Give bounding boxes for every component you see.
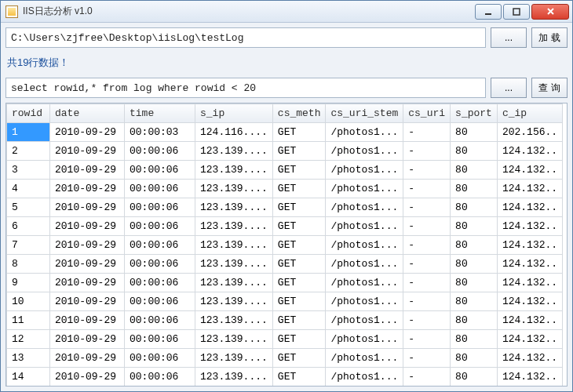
cell-cs_uri_stem[interactable]: /photos1... [326,292,403,311]
cell-s_ip[interactable]: 123.139.... [195,236,273,255]
table-row[interactable]: 102010-09-2900:00:06123.139....GET/photo… [7,292,563,311]
cell-s_ip[interactable]: 123.139.... [195,255,273,274]
cell-date[interactable]: 2010-09-29 [50,255,125,274]
cell-c_ip[interactable]: 124.132.. [497,330,562,349]
cell-rowid[interactable]: 9 [7,274,50,292]
cell-s_ip[interactable]: 123.139.... [195,180,273,198]
cell-c_ip[interactable]: 124.132.. [497,142,562,161]
cell-cs_uri_stem[interactable]: /photos1... [326,142,403,161]
cell-date[interactable]: 2010-09-29 [50,217,125,236]
sql-input[interactable] [5,78,486,98]
cell-cs_uri_stem[interactable]: /photos1... [326,274,403,292]
cell-rowid[interactable]: 3 [7,161,50,180]
table-row[interactable]: 112010-09-2900:00:06123.139....GET/photo… [7,311,563,330]
table-row[interactable]: 12010-09-2900:00:03124.116....GET/photos… [7,123,563,142]
cell-cs_meth[interactable]: GET [272,123,326,142]
cell-s_port[interactable]: 80 [451,349,498,368]
cell-rowid[interactable]: 2 [7,142,50,161]
cell-s_port[interactable]: 80 [451,217,498,236]
cell-s_ip[interactable]: 123.139.... [195,330,273,349]
cell-s_ip[interactable]: 123.139.... [195,274,273,292]
cell-cs_uri_stem[interactable]: /photos1... [326,368,403,387]
cell-cs_uri[interactable]: - [403,123,451,142]
cell-cs_uri_stem[interactable]: /photos1... [326,198,403,217]
cell-date[interactable]: 2010-09-29 [50,142,125,161]
cell-time[interactable]: 00:00:06 [125,217,195,236]
cell-s_ip[interactable]: 123.139.... [195,161,273,180]
maximize-button[interactable] [503,4,530,20]
cell-cs_meth[interactable]: GET [272,255,326,274]
cell-cs_uri[interactable]: - [403,255,451,274]
table-row[interactable]: 52010-09-2900:00:06123.139....GET/photos… [7,198,563,217]
browse-sql-button[interactable]: ... [491,78,527,98]
close-button[interactable] [531,4,569,20]
cell-cs_meth[interactable]: GET [272,217,326,236]
cell-c_ip[interactable]: 124.132.. [497,180,562,198]
cell-time[interactable]: 00:00:03 [125,123,195,142]
cell-rowid[interactable]: 6 [7,217,50,236]
table-row[interactable]: 82010-09-2900:00:06123.139....GET/photos… [7,255,563,274]
cell-s_ip[interactable]: 124.116.... [195,123,273,142]
cell-cs_uri[interactable]: - [403,292,451,311]
cell-cs_uri_stem[interactable]: /photos1... [326,123,403,142]
table-row[interactable]: 72010-09-2900:00:06123.139....GET/photos… [7,236,563,255]
column-header-cs_uri[interactable]: cs_uri [403,104,451,123]
cell-cs_uri[interactable]: - [403,274,451,292]
cell-s_ip[interactable]: 123.139.... [195,292,273,311]
cell-s_port[interactable]: 80 [451,198,498,217]
cell-c_ip[interactable]: 124.132.. [497,292,562,311]
cell-rowid[interactable]: 8 [7,255,50,274]
cell-c_ip[interactable]: 124.132.. [497,161,562,180]
cell-c_ip[interactable]: 124.132.. [497,349,562,368]
cell-cs_uri_stem[interactable]: /photos1... [326,236,403,255]
query-button[interactable]: 查 询 [531,78,568,98]
cell-c_ip[interactable]: 124.132.. [497,274,562,292]
cell-time[interactable]: 00:00:06 [125,180,195,198]
cell-cs_meth[interactable]: GET [272,274,326,292]
cell-cs_meth[interactable]: GET [272,142,326,161]
cell-time[interactable]: 00:00:06 [125,236,195,255]
cell-c_ip[interactable]: 124.132.. [497,255,562,274]
cell-cs_uri_stem[interactable]: /photos1... [326,161,403,180]
cell-date[interactable]: 2010-09-29 [50,180,125,198]
table-row[interactable]: 42010-09-2900:00:06123.139....GET/photos… [7,180,563,198]
cell-time[interactable]: 00:00:06 [125,330,195,349]
titlebar[interactable]: IIS日志分析 v1.0 [1,1,572,23]
cell-cs_meth[interactable]: GET [272,292,326,311]
column-header-s_ip[interactable]: s_ip [195,104,273,123]
cell-rowid[interactable]: 14 [7,368,50,387]
cell-s_port[interactable]: 80 [451,142,498,161]
cell-date[interactable]: 2010-09-29 [50,161,125,180]
column-header-cs_meth[interactable]: cs_meth [272,104,326,123]
cell-cs_uri[interactable]: - [403,217,451,236]
table-row[interactable]: 122010-09-2900:00:06123.139....GET/photo… [7,330,563,349]
cell-rowid[interactable]: 10 [7,292,50,311]
column-header-s_port[interactable]: s_port [451,104,498,123]
cell-cs_uri[interactable]: - [403,349,451,368]
cell-cs_uri_stem[interactable]: /photos1... [326,311,403,330]
cell-s_ip[interactable]: 123.139.... [195,198,273,217]
cell-s_port[interactable]: 80 [451,161,498,180]
table-row[interactable]: 142010-09-2900:00:06123.139....GET/photo… [7,368,563,387]
cell-cs_meth[interactable]: GET [272,180,326,198]
cell-s_port[interactable]: 80 [451,292,498,311]
cell-s_port[interactable]: 80 [451,311,498,330]
cell-s_port[interactable]: 80 [451,255,498,274]
cell-c_ip[interactable]: 124.132.. [497,217,562,236]
cell-time[interactable]: 00:00:06 [125,311,195,330]
cell-cs_meth[interactable]: GET [272,330,326,349]
cell-rowid[interactable]: 12 [7,330,50,349]
cell-rowid[interactable]: 11 [7,311,50,330]
cell-cs_uri[interactable]: - [403,368,451,387]
cell-date[interactable]: 2010-09-29 [50,236,125,255]
cell-date[interactable]: 2010-09-29 [50,292,125,311]
cell-cs_uri[interactable]: - [403,236,451,255]
cell-cs_uri[interactable]: - [403,161,451,180]
cell-rowid[interactable]: 7 [7,236,50,255]
cell-time[interactable]: 00:00:06 [125,292,195,311]
cell-cs_meth[interactable]: GET [272,236,326,255]
column-header-date[interactable]: date [50,104,125,123]
cell-cs_uri[interactable]: - [403,180,451,198]
cell-c_ip[interactable]: 124.132.. [497,368,562,387]
cell-cs_uri_stem[interactable]: /photos1... [326,180,403,198]
